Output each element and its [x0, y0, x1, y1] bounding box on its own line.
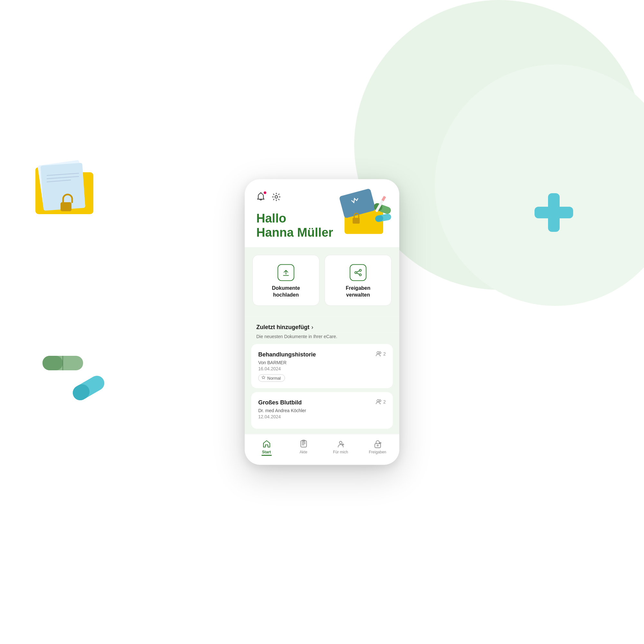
- share-card[interactable]: Freigaben verwalten: [325, 255, 392, 306]
- svg-point-26: [359, 270, 361, 271]
- phone-screen: Hallo Hanna Müller Dokumente hochladen: [245, 179, 399, 465]
- section-subtitle: Die neuesten Dokumente in Ihrer eCare.: [245, 332, 399, 344]
- svg-rect-36: [375, 443, 381, 448]
- nav-label-akte: Akte: [299, 450, 307, 454]
- nav-item-fuer-mich[interactable]: Für mich: [329, 439, 352, 456]
- nav-label-start: Start: [262, 450, 271, 454]
- doc-title-1: Behandlungshistorie: [258, 351, 316, 358]
- share-label: Freigaben verwalten: [346, 285, 370, 298]
- share-icon-box: [350, 264, 366, 281]
- doc-card-blutbild[interactable]: Großes Blutbild 2 Dr. med Andrea Köchler…: [251, 392, 393, 429]
- doc-date-2: 12.04.2024: [258, 414, 386, 419]
- nav-item-freigaben[interactable]: Freigaben: [366, 439, 389, 456]
- doc-shares-1: 2: [376, 351, 386, 356]
- svg-point-27: [359, 274, 361, 276]
- documents-area: Behandlungshistorie 2 Von BARMER 16.04.2…: [245, 344, 399, 434]
- greeting-section: Hallo Hanna Müller: [245, 212, 399, 247]
- doc-title-2: Großes Blutbild: [258, 399, 302, 406]
- recently-added-header: Zuletzt hinzugefügt ›: [245, 316, 399, 332]
- nav-active-indicator: [261, 455, 272, 456]
- doc-card-behandlungshistorie[interactable]: Behandlungshistorie 2 Von BARMER 16.04.2…: [251, 344, 393, 388]
- decorative-pill-teal: [71, 380, 106, 396]
- doc-shares-2: 2: [376, 399, 386, 404]
- greeting-name: Hanna Müller: [256, 225, 388, 240]
- phone-container: Hallo Hanna Müller Dokumente hochladen: [245, 179, 399, 465]
- doc-source-2: Dr. med Andrea Köchler: [258, 408, 386, 413]
- svg-point-15: [275, 196, 278, 198]
- section-title: Zuletzt hinzugefügt: [256, 324, 309, 330]
- svg-rect-20: [373, 202, 384, 212]
- doc-date-1: 16.04.2024: [258, 366, 386, 371]
- settings-icon[interactable]: [272, 193, 281, 202]
- section-chevron[interactable]: ›: [311, 324, 313, 330]
- notification-dot: [264, 192, 266, 194]
- svg-rect-9: [43, 356, 63, 370]
- decorative-folder: [32, 155, 103, 219]
- svg-point-28: [355, 272, 357, 274]
- nav-item-start[interactable]: Start: [255, 439, 278, 456]
- upload-icon-box: [278, 264, 294, 281]
- action-grid: Dokumente hochladen: [252, 255, 392, 306]
- nav-item-akte[interactable]: Akte: [292, 439, 315, 456]
- svg-rect-17: [345, 204, 362, 212]
- doc-badge-1: Normal: [258, 374, 285, 382]
- svg-rect-33: [301, 440, 307, 447]
- upload-label: Dokumente hochladen: [272, 285, 300, 298]
- svg-point-35: [339, 441, 342, 444]
- greeting-hello: Hallo: [256, 212, 388, 226]
- svg-rect-4: [61, 202, 71, 211]
- doc-source-1: Von BARMER: [258, 360, 386, 365]
- decorative-plus: [535, 193, 573, 232]
- nav-label-freigaben: Freigaben: [369, 450, 386, 454]
- svg-point-37: [377, 445, 378, 446]
- action-area: Dokumente hochladen: [245, 247, 399, 316]
- nav-label-fuer-mich: Für mich: [333, 450, 348, 454]
- svg-rect-14: [535, 207, 573, 218]
- notification-bell[interactable]: [256, 192, 265, 202]
- bottom-navigation: Start Akte Für mich: [245, 434, 399, 465]
- decorative-pill-green: [42, 354, 84, 372]
- phone-header: [245, 179, 399, 212]
- upload-card[interactable]: Dokumente hochladen: [252, 255, 319, 306]
